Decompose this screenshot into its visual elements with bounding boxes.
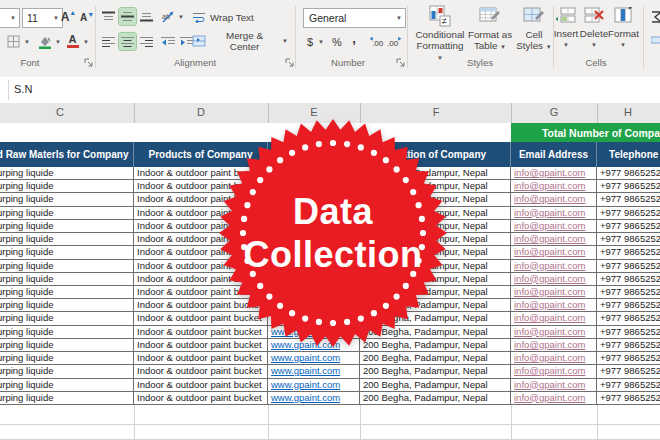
cell-email-link[interactable]: info@gpaint.com <box>511 273 597 286</box>
cell-phone[interactable]: +977 9865252444 <box>597 299 660 312</box>
cell-raw-material[interactable]: urping liquide <box>0 286 134 299</box>
cell-raw-material[interactable]: urping liquide <box>0 220 134 233</box>
cell-product[interactable]: Indoor & outdoor paint bucket <box>134 379 268 392</box>
cell-raw-material[interactable]: urping liquide <box>0 379 134 392</box>
merge-center-button[interactable]: Merge & Center ▼ <box>192 32 288 50</box>
cell-email-link[interactable]: info@gpaint.com <box>511 193 597 206</box>
cell-raw-material[interactable]: urping liquide <box>0 365 134 378</box>
cell-raw-material[interactable]: urping liquide <box>0 167 134 180</box>
cell-phone[interactable]: +977 9865252444 <box>597 233 660 246</box>
cell-email-link[interactable]: info@gpaint.com <box>511 207 597 220</box>
font-size-combo[interactable]: 11 ▼ <box>22 8 63 28</box>
cell-raw-material[interactable]: urping liquide <box>0 273 134 286</box>
cell-raw-material[interactable]: urping liquide <box>0 299 134 312</box>
cell-raw-material[interactable]: urping liquide <box>0 246 134 259</box>
cell-raw-material[interactable]: urping liquide <box>0 207 134 220</box>
insert-cells-button[interactable]: Insert ▼ <box>551 7 581 48</box>
cell-phone[interactable]: +977 9865252444 <box>597 392 660 405</box>
column-header-c[interactable]: C <box>30 106 90 118</box>
cell-email-link[interactable]: info@gpaint.com <box>511 233 597 246</box>
align-right-button[interactable] <box>138 33 155 50</box>
cell-email-link[interactable]: info@gpaint.com <box>511 167 597 180</box>
increase-font-size-button[interactable]: A▲ <box>60 8 77 26</box>
cell-phone[interactable]: +977 9865252444 <box>597 379 660 392</box>
cell-phone[interactable]: +977 9865252444 <box>597 193 660 206</box>
cell-email-link[interactable]: info@gpaint.com <box>511 260 597 273</box>
increase-decimal-button[interactable]: .00 <box>367 33 385 50</box>
chevron-down-icon[interactable]: ▼ <box>83 39 89 45</box>
number-dialog-launcher[interactable] <box>396 58 405 67</box>
format-cells-button[interactable]: Format ▼ <box>608 7 638 48</box>
cell-email-link[interactable]: info@gpaint.com <box>511 352 597 365</box>
formula-bar[interactable]: S.N <box>0 77 660 104</box>
chevron-down-icon[interactable]: ▼ <box>178 14 184 20</box>
cell-raw-material[interactable]: urping liquide <box>0 233 134 246</box>
accounting-format-button[interactable]: $ <box>303 33 317 50</box>
align-top-button[interactable] <box>100 8 117 25</box>
cell-phone[interactable]: +977 9865252444 <box>597 339 660 352</box>
cell-phone[interactable]: +977 9865252444 <box>597 365 660 378</box>
cell-raw-material[interactable]: urping liquide <box>0 339 134 352</box>
column-header-g[interactable]: G <box>524 106 584 118</box>
chevron-down-icon[interactable]: ▼ <box>318 39 324 45</box>
cell-email-link[interactable]: info@gpaint.com <box>511 220 597 233</box>
cell-phone[interactable]: +977 9865252444 <box>597 220 660 233</box>
cell-phone[interactable]: +977 9865252444 <box>597 180 660 193</box>
column-header-h[interactable]: H <box>598 106 658 118</box>
align-middle-button[interactable] <box>119 8 136 25</box>
cell-phone[interactable]: +977 9865252444 <box>597 207 660 220</box>
decrease-decimal-button[interactable]: .00 <box>386 33 404 50</box>
wrap-text-button[interactable]: Wrap Text <box>192 8 278 26</box>
borders-button[interactable] <box>5 33 22 50</box>
font-dialog-launcher[interactable] <box>84 58 93 67</box>
cell-website-link[interactable]: www.gpaint.com <box>268 379 360 392</box>
cell-phone[interactable]: +977 9865252444 <box>597 246 660 259</box>
comma-style-button[interactable]: , <box>348 30 360 47</box>
cell-phone[interactable]: +977 9865252444 <box>597 312 660 325</box>
font-color-button[interactable]: A <box>65 32 80 50</box>
alignment-dialog-launcher[interactable] <box>285 58 294 67</box>
empty-grid-rows[interactable] <box>0 405 660 440</box>
cell-location[interactable]: 200 Begha, Padampur, Nepal <box>360 379 511 392</box>
cell-email-link[interactable]: info@gpaint.com <box>511 180 597 193</box>
align-bottom-button[interactable] <box>138 8 155 25</box>
chevron-down-icon[interactable]: ▼ <box>55 39 61 45</box>
percent-style-button[interactable]: % <box>329 33 345 50</box>
cell-phone[interactable]: +977 9865252444 <box>597 273 660 286</box>
cell-phone[interactable]: +977 9865252444 <box>597 286 660 299</box>
cell-styles-button[interactable]: Cell Styles ▼ <box>514 5 554 67</box>
cell-website-link[interactable]: www.gpaint.com <box>268 365 360 378</box>
decrease-font-size-button[interactable]: A▼ <box>79 9 95 26</box>
total-companies-banner[interactable]: Total Number of Companies <box>511 123 660 142</box>
number-format-combo[interactable]: General ▼ <box>303 8 406 28</box>
cell-raw-material[interactable]: urping liquide <box>0 392 134 405</box>
cell-email-link[interactable]: info@gpaint.com <box>511 312 597 325</box>
cell-phone[interactable]: +977 9865252444 <box>597 326 660 339</box>
cell-email-link[interactable]: info@gpaint.com <box>511 326 597 339</box>
cell-raw-material[interactable]: urping liquide <box>0 193 134 206</box>
orientation-button[interactable]: ab <box>159 8 176 25</box>
cell-email-link[interactable]: info@gpaint.com <box>511 392 597 405</box>
cell-raw-material[interactable]: urping liquide <box>0 352 134 365</box>
cell-raw-material[interactable]: urping liquide <box>0 180 134 193</box>
cell-raw-material[interactable]: urping liquide <box>0 326 134 339</box>
cell-phone[interactable]: +977 9865252444 <box>597 260 660 273</box>
cell-phone[interactable]: +977 9865252444 <box>597 167 660 180</box>
cell-product[interactable]: Indoor & outdoor paint bucket <box>134 392 268 405</box>
chevron-down-icon[interactable]: ▼ <box>24 39 30 45</box>
cell-email-link[interactable]: info@gpaint.com <box>511 299 597 312</box>
align-center-button[interactable] <box>119 33 136 50</box>
cell-raw-material[interactable]: urping liquide <box>0 260 134 273</box>
fill-color-button[interactable] <box>36 33 53 50</box>
cell-email-link[interactable]: info@gpaint.com <box>511 286 597 299</box>
header-raw-materials[interactable]: Required Raw Materls for Company <box>0 142 134 167</box>
cell-email-link[interactable]: info@gpaint.com <box>511 246 597 259</box>
decrease-indent-button[interactable] <box>159 33 176 50</box>
cell-email-link[interactable]: info@gpaint.com <box>511 339 597 352</box>
cell-location[interactable]: 200 Begha, Padampur, Nepal <box>360 365 511 378</box>
cell-website-link[interactable]: www.gpaint.com <box>268 392 360 405</box>
align-left-button[interactable] <box>100 33 117 50</box>
cell-product[interactable]: Indoor & outdoor paint bucket <box>134 352 268 365</box>
cell-raw-material[interactable]: urping liquide <box>0 312 134 325</box>
font-name-combo[interactable]: ▼ <box>0 8 20 28</box>
